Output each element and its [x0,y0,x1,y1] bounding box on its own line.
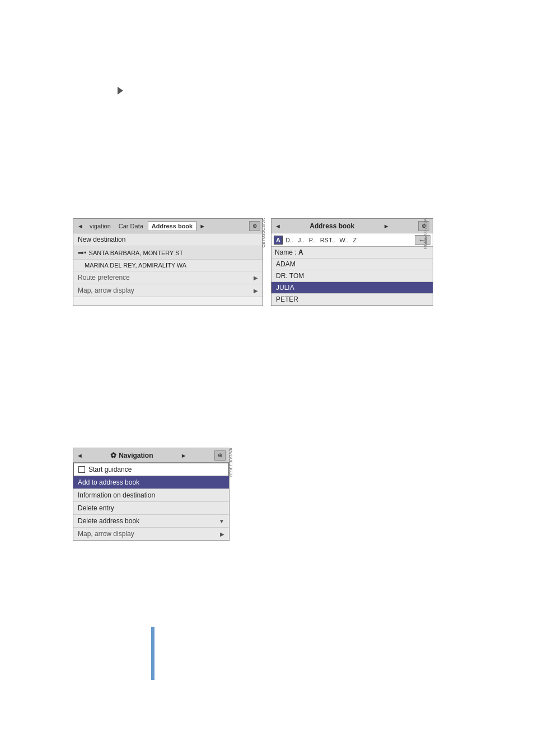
tab-navigation[interactable]: vigation [86,222,114,231]
nav-information-destination[interactable]: Information on destination [73,489,229,502]
nav-icon: ✿ [110,451,116,459]
start-guidance-label: Start guidance [88,466,132,473]
navigation-panel: ◄ ✿ Navigation ► ⊕ Start guidance Add to… [73,448,229,541]
map-display-chevron: ▶ [220,531,224,537]
address-book-item-dr-tom[interactable]: DR. TOM [271,270,433,282]
tab-right-arrow[interactable]: ► [198,223,207,229]
nav-header: ◄ ✿ Navigation ► ⊕ [73,448,229,463]
letter-W[interactable]: W.. [338,236,350,244]
nav-add-to-address-book[interactable]: Add to address book [73,476,229,489]
letter-RST[interactable]: RST.. [318,236,337,244]
tab-car-data[interactable]: Car Data [115,222,147,231]
nav-title-text: Navigation [119,452,153,459]
right-panel-side-label: RE9V700 /3/VA [423,218,428,249]
nav-left-arrow[interactable]: ◄ [77,452,83,459]
map-arrow-label: Map, arrow display [78,287,134,294]
address-book-item-peter[interactable]: PETER [271,294,433,306]
delete-address-book-label: Delete address book [78,517,139,525]
stop-square-icon [78,466,85,473]
letter-A[interactable]: A [274,236,283,245]
nav-right-arrow[interactable]: ► [181,452,187,459]
info-destination-label: Information on destination [78,491,155,499]
right-header-bar: ◄ Address book ► ⊕ [271,219,433,233]
map-arrow-display-label: Map, arrow display [78,530,134,538]
destination-row-1[interactable]: ➡• SANTA BARBARA, MONTERY ST [73,246,263,260]
new-destination-item[interactable]: New destination [73,233,263,246]
map-arrow-item[interactable]: Map, arrow display ▶ [73,284,263,297]
destination-arrow-icon: ➡• [78,248,87,257]
right-panel-title: Address book [310,222,354,230]
left-tab-bar: ◄ vigation Car Data Address book ► ⊕ [73,219,263,233]
add-address-book-label: Add to address book [78,478,139,486]
right-panel-right-arrow[interactable]: ► [383,223,390,229]
right-address-book-panel: ◄ Address book ► ⊕ A D.. J.. P.. RST.. W… [271,218,433,306]
nav-panel-side-label: YE9EE30/3/VA [228,448,233,478]
route-preference-item[interactable]: Route preference ▶ [73,271,263,284]
route-preference-label: Route preference [78,274,130,281]
blue-vertical-bar [151,627,154,680]
nav-delete-entry[interactable]: Delete entry [73,502,229,515]
nav-start-guidance[interactable]: Start guidance [73,463,229,476]
destination-row-2[interactable]: MARINA DEL REY, ADMIRALITY WA [73,260,263,271]
top-panels-container: ◄ vigation Car Data Address book ► ⊕ New… [73,218,433,306]
letter-D[interactable]: D.. [284,236,295,244]
route-pref-chevron: ▶ [254,275,258,281]
letter-Z[interactable]: Z [351,236,358,244]
nav-title-group: ✿ Navigation [110,451,153,459]
tab-left-arrow[interactable]: ◄ [76,223,85,229]
left-panel-side-label: CE7U30U3/VA [261,218,266,248]
nav-corner-icon[interactable]: ⊕ [214,450,226,461]
tab-address-book[interactable]: Address book [148,221,196,231]
nav-delete-address-book[interactable]: Delete address book ▼ [73,515,229,528]
destination-text-1: SANTA BARBARA, MONTERY ST [89,250,184,256]
current-letter-display: A [298,248,303,256]
left-panel-corner-icon[interactable]: ⊕ [249,221,260,231]
alphabet-row: A D.. J.. P.. RST.. W.. Z ←| [271,233,433,247]
delete-entry-label: Delete entry [78,504,114,512]
delete-book-chevron: ▼ [219,518,224,524]
bottom-panel-wrapper: ◄ ✿ Navigation ► ⊕ Start guidance Add to… [73,448,229,541]
letter-J[interactable]: J.. [296,236,306,244]
right-panel-left-arrow[interactable]: ◄ [275,223,281,229]
name-label-row: Name : A [271,247,433,259]
address-book-item-julia[interactable]: JULIA [271,282,433,294]
address-book-item-adam[interactable]: ADAM [271,259,433,270]
left-nav-panel: ◄ vigation Car Data Address book ► ⊕ New… [73,218,263,306]
nav-map-arrow-display[interactable]: Map, arrow display ▶ [73,528,229,541]
small-triangle-marker [118,87,123,95]
letter-P[interactable]: P.. [307,236,317,244]
map-arrow-chevron: ▶ [254,288,258,294]
